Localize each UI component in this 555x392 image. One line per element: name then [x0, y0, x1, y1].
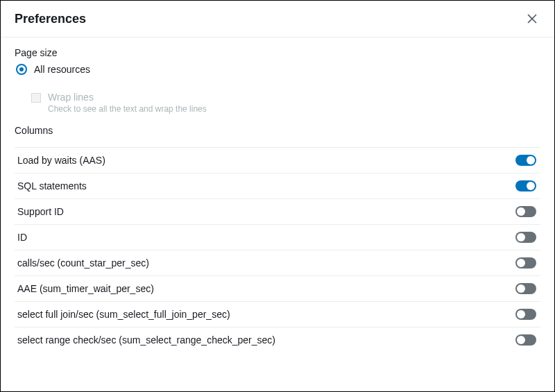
column-label: SQL statements: [17, 180, 87, 191]
column-toggle[interactable]: [515, 206, 536, 217]
column-row: calls/sec (count_star_per_sec): [15, 250, 540, 275]
column-toggle[interactable]: [515, 257, 536, 269]
column-row: Load by waits (AAS): [15, 147, 540, 173]
page-size-option-label: All resources: [34, 64, 90, 75]
columns-list: Load by waits (AAS)SQL statementsSupport…: [15, 147, 540, 352]
column-row: ID: [15, 224, 540, 250]
column-toggle[interactable]: [515, 309, 536, 320]
column-label: select full join/sec (sum_select_full_jo…: [17, 309, 230, 320]
column-row: AAE (sum_timer_wait_per_sec): [15, 275, 540, 301]
column-toggle[interactable]: [515, 155, 536, 166]
toggle-knob-icon: [517, 310, 525, 318]
close-icon: [527, 13, 538, 24]
column-row: select full join/sec (sum_select_full_jo…: [15, 301, 540, 327]
close-button[interactable]: [524, 10, 540, 27]
page-size-option-all-resources[interactable]: All resources: [16, 64, 540, 75]
column-label: AAE (sum_timer_wait_per_sec): [17, 283, 154, 294]
toggle-knob-icon: [517, 233, 525, 241]
toggle-knob-icon: [527, 182, 535, 190]
wrap-lines-checkbox: Wrap lines Check to see all the text and…: [31, 92, 540, 114]
column-row: select range check/sec (sum_select_range…: [15, 327, 540, 352]
column-row: Support ID: [15, 198, 540, 224]
column-toggle[interactable]: [515, 180, 536, 191]
page-title: Preferences: [15, 12, 86, 26]
toggle-knob-icon: [517, 207, 525, 216]
toggle-knob-icon: [517, 284, 525, 293]
column-label: calls/sec (count_star_per_sec): [17, 257, 149, 269]
column-label: ID: [17, 232, 27, 243]
column-label: Support ID: [17, 206, 64, 217]
radio-selected-icon: [16, 64, 27, 75]
wrap-lines-label: Wrap lines: [48, 92, 207, 103]
modal-header: Preferences: [1, 1, 554, 37]
columns-label: Columns: [15, 125, 540, 136]
column-label: select range check/sec (sum_select_range…: [17, 334, 275, 346]
column-toggle[interactable]: [515, 232, 536, 243]
checkbox-unchecked-disabled-icon: [31, 93, 41, 103]
wrap-lines-description: Check to see all the text and wrap the l…: [48, 104, 207, 114]
toggle-knob-icon: [517, 336, 525, 344]
toggle-knob-icon: [527, 156, 535, 164]
page-size-label: Page size: [15, 47, 540, 58]
column-toggle[interactable]: [515, 283, 536, 294]
column-label: Load by waits (AAS): [17, 155, 105, 166]
column-toggle[interactable]: [515, 334, 536, 346]
toggle-knob-icon: [517, 259, 525, 267]
column-row: SQL statements: [15, 173, 540, 198]
